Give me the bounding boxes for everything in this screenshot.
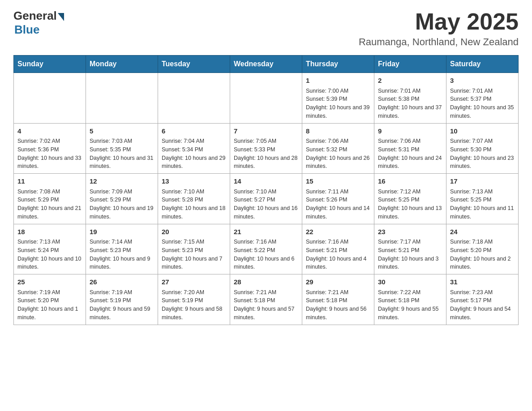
day-info: Sunrise: 7:16 AM Sunset: 5:22 PM Dayligh… (234, 238, 298, 271)
calendar-cell: 4Sunrise: 7:02 AM Sunset: 5:36 PM Daylig… (14, 123, 86, 174)
calendar-cell: 21Sunrise: 7:16 AM Sunset: 5:22 PM Dayli… (230, 224, 302, 274)
calendar-cell (230, 73, 302, 124)
calendar-cell: 10Sunrise: 7:07 AM Sunset: 5:30 PM Dayli… (446, 123, 519, 174)
day-info: Sunrise: 7:21 AM Sunset: 5:18 PM Dayligh… (306, 288, 370, 322)
calendar-cell: 11Sunrise: 7:08 AM Sunset: 5:29 PM Dayli… (14, 174, 86, 224)
calendar-cell: 30Sunrise: 7:22 AM Sunset: 5:18 PM Dayli… (374, 274, 446, 325)
logo-arrow-icon (58, 13, 64, 21)
day-number: 29 (306, 277, 370, 287)
calendar-cell: 23Sunrise: 7:17 AM Sunset: 5:21 PM Dayli… (374, 224, 446, 274)
calendar-week-row: 11Sunrise: 7:08 AM Sunset: 5:29 PM Dayli… (14, 174, 519, 224)
day-info: Sunrise: 7:06 AM Sunset: 5:31 PM Dayligh… (378, 137, 442, 171)
calendar-cell: 2Sunrise: 7:01 AM Sunset: 5:38 PM Daylig… (374, 73, 446, 124)
calendar-cell: 27Sunrise: 7:20 AM Sunset: 5:19 PM Dayli… (158, 274, 230, 325)
logo-general-text: General (13, 9, 57, 23)
day-info: Sunrise: 7:04 AM Sunset: 5:34 PM Dayligh… (162, 137, 226, 171)
day-info: Sunrise: 7:17 AM Sunset: 5:21 PM Dayligh… (378, 238, 442, 271)
calendar-cell: 18Sunrise: 7:13 AM Sunset: 5:24 PM Dayli… (14, 224, 86, 274)
day-info: Sunrise: 7:09 AM Sunset: 5:29 PM Dayligh… (90, 188, 154, 221)
day-number: 11 (17, 176, 82, 187)
column-header-monday: Monday (86, 56, 158, 73)
day-info: Sunrise: 7:07 AM Sunset: 5:30 PM Dayligh… (450, 137, 515, 171)
calendar-cell: 29Sunrise: 7:21 AM Sunset: 5:18 PM Dayli… (302, 274, 374, 325)
day-info: Sunrise: 7:02 AM Sunset: 5:36 PM Dayligh… (17, 137, 82, 171)
day-info: Sunrise: 7:10 AM Sunset: 5:28 PM Dayligh… (162, 188, 226, 221)
day-info: Sunrise: 7:05 AM Sunset: 5:33 PM Dayligh… (234, 137, 298, 171)
logo-blue-text: Blue (14, 23, 39, 37)
day-number: 16 (378, 176, 442, 187)
day-number: 26 (90, 277, 154, 287)
calendar-cell: 1Sunrise: 7:00 AM Sunset: 5:39 PM Daylig… (302, 73, 374, 124)
calendar-cell: 17Sunrise: 7:13 AM Sunset: 5:25 PM Dayli… (446, 174, 519, 224)
day-info: Sunrise: 7:23 AM Sunset: 5:17 PM Dayligh… (450, 288, 515, 322)
logo: General Blue (13, 9, 64, 37)
calendar-cell: 8Sunrise: 7:06 AM Sunset: 5:32 PM Daylig… (302, 123, 374, 174)
day-info: Sunrise: 7:20 AM Sunset: 5:19 PM Dayligh… (162, 288, 226, 322)
calendar-cell: 13Sunrise: 7:10 AM Sunset: 5:28 PM Dayli… (158, 174, 230, 224)
day-info: Sunrise: 7:13 AM Sunset: 5:24 PM Dayligh… (17, 238, 82, 271)
day-number: 7 (234, 126, 298, 137)
month-year-title: May 2025 (359, 9, 519, 34)
day-number: 30 (378, 277, 442, 287)
calendar-week-row: 25Sunrise: 7:19 AM Sunset: 5:20 PM Dayli… (14, 274, 519, 325)
column-header-thursday: Thursday (302, 56, 374, 73)
day-info: Sunrise: 7:16 AM Sunset: 5:21 PM Dayligh… (306, 238, 370, 271)
calendar-header-row: SundayMondayTuesdayWednesdayThursdayFrid… (14, 56, 519, 73)
day-info: Sunrise: 7:06 AM Sunset: 5:32 PM Dayligh… (306, 137, 370, 171)
day-number: 17 (450, 176, 515, 187)
day-number: 14 (234, 176, 298, 187)
day-info: Sunrise: 7:22 AM Sunset: 5:18 PM Dayligh… (378, 288, 442, 322)
day-info: Sunrise: 7:10 AM Sunset: 5:27 PM Dayligh… (234, 188, 298, 221)
calendar-cell: 3Sunrise: 7:01 AM Sunset: 5:37 PM Daylig… (446, 73, 519, 124)
day-info: Sunrise: 7:11 AM Sunset: 5:26 PM Dayligh… (306, 188, 370, 221)
calendar-cell: 9Sunrise: 7:06 AM Sunset: 5:31 PM Daylig… (374, 123, 446, 174)
day-number: 22 (306, 227, 370, 237)
day-number: 31 (450, 277, 515, 287)
calendar-cell: 14Sunrise: 7:10 AM Sunset: 5:27 PM Dayli… (230, 174, 302, 224)
day-number: 25 (17, 277, 82, 287)
day-number: 19 (90, 227, 154, 237)
day-number: 4 (17, 126, 82, 137)
calendar-cell: 28Sunrise: 7:21 AM Sunset: 5:18 PM Dayli… (230, 274, 302, 325)
day-number: 20 (162, 227, 226, 237)
location-subtitle: Raumanga, Northland, New Zealand (359, 36, 519, 48)
calendar-cell: 16Sunrise: 7:12 AM Sunset: 5:25 PM Dayli… (374, 174, 446, 224)
day-number: 2 (378, 76, 442, 86)
column-header-wednesday: Wednesday (230, 56, 302, 73)
day-number: 6 (162, 126, 226, 137)
day-info: Sunrise: 7:15 AM Sunset: 5:23 PM Dayligh… (162, 238, 226, 271)
day-info: Sunrise: 7:18 AM Sunset: 5:20 PM Dayligh… (450, 238, 515, 271)
day-info: Sunrise: 7:01 AM Sunset: 5:37 PM Dayligh… (450, 87, 515, 120)
day-info: Sunrise: 7:03 AM Sunset: 5:35 PM Dayligh… (90, 137, 154, 171)
calendar-cell: 22Sunrise: 7:16 AM Sunset: 5:21 PM Dayli… (302, 224, 374, 274)
day-number: 10 (450, 126, 515, 137)
day-number: 18 (17, 227, 82, 237)
day-info: Sunrise: 7:12 AM Sunset: 5:25 PM Dayligh… (378, 188, 442, 221)
calendar-table: SundayMondayTuesdayWednesdayThursdayFrid… (13, 55, 519, 325)
title-block: May 2025 Raumanga, Northland, New Zealan… (359, 9, 519, 48)
calendar-week-row: 4Sunrise: 7:02 AM Sunset: 5:36 PM Daylig… (14, 123, 519, 174)
calendar-cell: 19Sunrise: 7:14 AM Sunset: 5:23 PM Dayli… (86, 224, 158, 274)
column-header-tuesday: Tuesday (158, 56, 230, 73)
day-info: Sunrise: 7:19 AM Sunset: 5:19 PM Dayligh… (90, 288, 154, 322)
calendar-cell: 6Sunrise: 7:04 AM Sunset: 5:34 PM Daylig… (158, 123, 230, 174)
day-info: Sunrise: 7:21 AM Sunset: 5:18 PM Dayligh… (234, 288, 298, 322)
column-header-saturday: Saturday (446, 56, 519, 73)
day-number: 13 (162, 176, 226, 187)
day-info: Sunrise: 7:19 AM Sunset: 5:20 PM Dayligh… (17, 288, 82, 322)
calendar-cell: 25Sunrise: 7:19 AM Sunset: 5:20 PM Dayli… (14, 274, 86, 325)
calendar-cell: 20Sunrise: 7:15 AM Sunset: 5:23 PM Dayli… (158, 224, 230, 274)
calendar-week-row: 1Sunrise: 7:00 AM Sunset: 5:39 PM Daylig… (14, 73, 519, 124)
day-number: 15 (306, 176, 370, 187)
day-number: 21 (234, 227, 298, 237)
calendar-cell: 12Sunrise: 7:09 AM Sunset: 5:29 PM Dayli… (86, 174, 158, 224)
day-number: 1 (306, 76, 370, 86)
calendar-cell: 24Sunrise: 7:18 AM Sunset: 5:20 PM Dayli… (446, 224, 519, 274)
day-info: Sunrise: 7:13 AM Sunset: 5:25 PM Dayligh… (450, 188, 515, 221)
day-number: 23 (378, 227, 442, 237)
day-number: 12 (90, 176, 154, 187)
day-number: 8 (306, 126, 370, 137)
day-info: Sunrise: 7:14 AM Sunset: 5:23 PM Dayligh… (90, 238, 154, 271)
page-header: General Blue May 2025 Raumanga, Northlan… (13, 9, 519, 48)
column-header-friday: Friday (374, 56, 446, 73)
